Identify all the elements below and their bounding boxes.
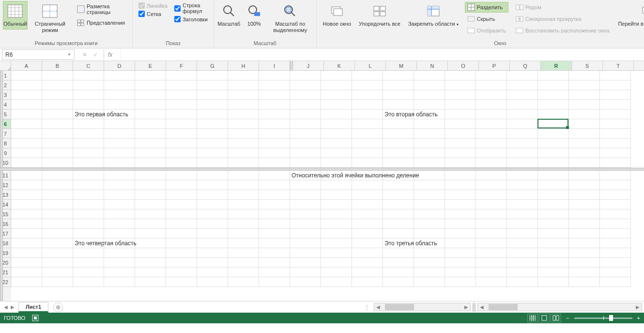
scroll-left-icon[interactable]: ◀ [374,304,382,310]
name-box[interactable]: R6 ▼ [2,49,75,60]
cell[interactable] [600,100,631,110]
cell[interactable] [352,238,383,248]
cell[interactable] [383,139,414,148]
cell[interactable] [42,90,73,100]
cell[interactable] [290,80,321,90]
cell[interactable] [569,119,600,129]
column-header[interactable]: B [42,61,73,70]
cell[interactable] [383,209,414,219]
cell[interactable] [414,158,445,168]
cell[interactable] [569,80,600,90]
cell[interactable] [352,277,383,287]
cell[interactable] [476,119,507,129]
cell[interactable] [476,80,507,90]
pane-bottom-left[interactable]: Это четвертая область [11,171,290,301]
vertical-split-bar[interactable] [0,71,3,168]
cell[interactable] [321,71,352,80]
cell[interactable] [197,119,228,129]
cell[interactable] [135,268,166,277]
cell[interactable] [569,71,600,80]
column-header[interactable]: E [135,61,166,70]
cell[interactable] [569,148,600,158]
cell[interactable] [259,268,290,277]
cell[interactable] [259,80,290,90]
cell[interactable] [197,190,228,200]
formula-input[interactable] [120,49,644,60]
cell[interactable] [166,119,197,129]
cell[interactable] [197,209,228,219]
cell[interactable] [352,110,383,119]
cell[interactable] [228,200,259,209]
column-header[interactable]: T [603,61,634,70]
cell[interactable] [135,209,166,219]
cell[interactable]: Это вторая область [383,110,414,119]
cell[interactable] [352,209,383,219]
cell[interactable] [507,100,538,110]
cell[interactable] [104,190,135,200]
check-headings-input[interactable] [174,16,181,22]
cell[interactable] [414,100,445,110]
cell[interactable] [104,100,135,110]
cell[interactable] [11,190,42,200]
cell[interactable] [352,71,383,80]
cell[interactable] [321,110,352,119]
column-header[interactable]: J [293,61,324,70]
cell[interactable] [507,238,538,248]
cell[interactable] [104,158,135,168]
cell[interactable] [259,139,290,148]
cell[interactable] [507,258,538,268]
cell[interactable] [445,80,476,90]
cell[interactable] [11,171,42,180]
cell[interactable] [507,90,538,100]
fx-icon[interactable]: fx [104,51,116,58]
cell[interactable] [166,248,197,258]
column-header[interactable]: H [228,61,259,70]
new-window-button[interactable]: Новое окно [320,1,354,30]
cell[interactable] [197,139,228,148]
cell[interactable] [197,277,228,287]
cell[interactable] [383,229,414,238]
cell[interactable] [259,248,290,258]
cell[interactable] [538,139,569,148]
cell[interactable] [197,110,228,119]
cell[interactable] [259,90,290,100]
cell[interactable] [352,229,383,238]
cell[interactable] [73,119,104,129]
cell[interactable] [538,268,569,277]
cell[interactable] [228,110,259,119]
cell[interactable] [166,219,197,229]
cell[interactable] [290,71,321,80]
cell[interactable] [73,258,104,268]
cell[interactable] [414,90,445,100]
cell[interactable] [383,219,414,229]
cell[interactable] [259,277,290,287]
cell[interactable] [42,110,73,119]
cell[interactable] [507,71,538,80]
cell[interactable] [197,219,228,229]
switch-windows-button[interactable]: Перейти в другое окно ▾ [614,1,644,30]
select-all-corner[interactable] [0,61,11,70]
cell[interactable] [135,148,166,158]
cell[interactable] [11,219,42,229]
cell[interactable] [42,248,73,258]
column-header[interactable]: P [479,61,510,70]
cell[interactable] [135,238,166,248]
cell[interactable] [600,71,631,80]
cell[interactable] [476,200,507,209]
cell[interactable] [352,119,383,129]
cell[interactable] [321,80,352,90]
cell[interactable] [104,90,135,100]
cell[interactable] [445,248,476,258]
cell[interactable] [259,238,290,248]
cell[interactable] [259,158,290,168]
cell[interactable] [228,219,259,229]
cell[interactable] [11,238,42,248]
cell[interactable] [166,100,197,110]
cell[interactable] [352,190,383,200]
cell[interactable] [290,268,321,277]
cell[interactable] [166,277,197,287]
cell[interactable] [600,80,631,90]
cell[interactable] [538,171,569,180]
cell[interactable] [166,71,197,80]
cell[interactable] [600,129,631,139]
